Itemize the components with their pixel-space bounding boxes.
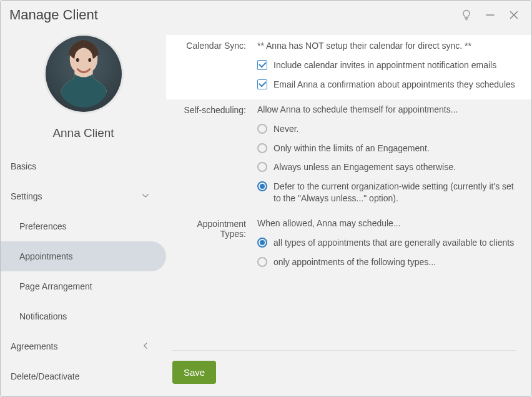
calendar-sync-section: Calendar Sync: ** Anna has NOT setup the… [166, 35, 531, 99]
self-sched-always-row[interactable]: Always unless an Engagement says otherwi… [257, 158, 516, 177]
svg-point-5 [88, 58, 91, 62]
appointment-types-section: Appointment Types: When allowed, Anna ma… [172, 213, 516, 277]
appointment-types-intro: When allowed, Anna may schedule... [257, 218, 516, 233]
appt-all-radio[interactable] [257, 238, 267, 248]
chevron-down-icon [140, 190, 151, 203]
include-invites-label: Include calendar invites in appointment … [273, 59, 516, 71]
manage-client-window: Manage Client [0, 0, 532, 397]
sidebar-item-settings[interactable]: Settings [1, 181, 166, 211]
sidebar: Anna Client Basics Settings Preferences … [1, 29, 166, 396]
appt-only-label: only appointments of the following types… [273, 256, 516, 268]
sidebar-item-notifications[interactable]: Notifications [1, 301, 166, 331]
self-sched-defer-row[interactable]: Defer to the current organization-wide s… [257, 177, 516, 208]
sidebar-item-label: Agreements [11, 341, 57, 351]
window-title: Manage Client [9, 7, 451, 23]
sidebar-item-label: Notifications [19, 311, 67, 321]
sidebar-item-label: Settings [11, 191, 42, 201]
appt-only-row[interactable]: only appointments of the following types… [257, 253, 516, 272]
save-button[interactable]: Save [172, 361, 216, 384]
hint-icon[interactable] [458, 6, 475, 24]
sidebar-item-label: Page Arrangement [19, 281, 92, 291]
footer: Save [172, 350, 516, 384]
appt-all-label: all types of appointments that are gener… [273, 237, 516, 249]
include-invites-row[interactable]: Include calendar invites in appointment … [257, 56, 516, 75]
sidebar-item-label: Delete/Deactivate [11, 371, 80, 381]
calendar-sync-label: Calendar Sync: [172, 40, 257, 94]
self-sched-never-radio[interactable] [257, 124, 267, 134]
self-sched-never-row[interactable]: Never. [257, 119, 516, 139]
sidebar-item-delete[interactable]: Delete/Deactivate [1, 361, 166, 391]
close-icon[interactable] [505, 6, 523, 24]
self-sched-defer-label: Defer to the current organization-wide s… [273, 181, 516, 204]
sidebar-item-preferences[interactable]: Preferences [1, 211, 166, 241]
calendar-sync-status: ** Anna has NOT setup their calendar for… [257, 40, 516, 56]
main-panel: Calendar Sync: ** Anna has NOT setup the… [166, 29, 531, 396]
chevron-left-icon [140, 340, 151, 353]
include-invites-checkbox[interactable] [257, 60, 267, 70]
appt-all-row[interactable]: all types of appointments that are gener… [257, 233, 516, 253]
sidebar-item-appointments[interactable]: Appointments [1, 241, 166, 271]
self-sched-always-radio[interactable] [257, 162, 267, 172]
self-scheduling-section: Self-scheduling: Allow Anna to schedule … [172, 99, 516, 213]
email-confirmation-label: Email Anna a confirmation about appointm… [273, 79, 516, 91]
self-scheduling-label: Self-scheduling: [172, 104, 257, 208]
sidebar-item-basics[interactable]: Basics [1, 151, 166, 181]
sidebar-item-label: Preferences [19, 221, 66, 231]
body: Anna Client Basics Settings Preferences … [1, 29, 531, 396]
minimize-icon[interactable] [481, 6, 499, 24]
client-header: Anna Client [1, 34, 166, 151]
self-sched-always-label: Always unless an Engagement says otherwi… [273, 161, 516, 173]
email-confirmation-checkbox[interactable] [257, 79, 267, 89]
svg-point-4 [76, 58, 79, 62]
client-name: Anna Client [52, 126, 114, 140]
email-confirmation-row[interactable]: Email Anna a confirmation about appointm… [257, 75, 516, 94]
self-sched-engagement-radio[interactable] [257, 143, 267, 153]
sidebar-item-page-arrangement[interactable]: Page Arrangement [1, 271, 166, 301]
self-sched-engagement-row[interactable]: Only within the limits of an Engagement. [257, 139, 516, 158]
sidebar-item-label: Appointments [19, 251, 73, 261]
self-sched-engagement-label: Only within the limits of an Engagement. [273, 143, 516, 154]
sidebar-item-agreements[interactable]: Agreements [1, 331, 166, 361]
sidebar-item-label: Basics [11, 161, 36, 171]
titlebar: Manage Client [1, 1, 531, 29]
appt-only-radio[interactable] [257, 257, 267, 267]
avatar [44, 34, 124, 114]
self-scheduling-intro: Allow Anna to schedule themself for appo… [257, 104, 516, 119]
appointment-types-label: Appointment Types: [172, 218, 257, 272]
self-sched-never-label: Never. [273, 123, 516, 135]
self-sched-defer-radio[interactable] [257, 181, 267, 191]
